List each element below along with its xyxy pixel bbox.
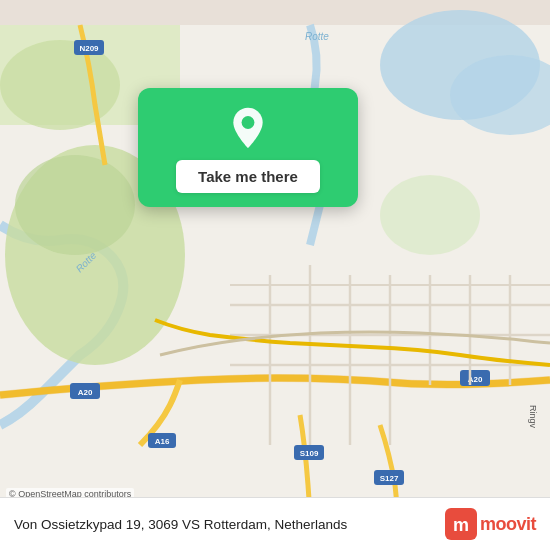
map-background: A20 A20 A16 S109 S127 Ringv N209: [0, 0, 550, 550]
svg-point-34: [242, 116, 255, 129]
moovit-logo-icon: m: [445, 508, 477, 540]
svg-point-7: [380, 175, 480, 255]
footer-address: Von Ossietzkypad 19, 3069 VS Rotterdam, …: [14, 517, 347, 532]
svg-text:S109: S109: [300, 449, 319, 458]
moovit-logo: m moovit: [445, 508, 536, 540]
location-pin-icon: [226, 106, 270, 150]
svg-point-4: [15, 155, 135, 255]
svg-text:m: m: [453, 515, 469, 535]
svg-text:S127: S127: [380, 474, 399, 483]
footer-bar: Von Ossietzkypad 19, 3069 VS Rotterdam, …: [0, 497, 550, 550]
take-me-there-button[interactable]: Take me there: [176, 160, 320, 193]
svg-text:Rotte: Rotte: [305, 31, 329, 42]
svg-text:A16: A16: [155, 437, 170, 446]
svg-text:N209: N209: [79, 44, 99, 53]
svg-text:Ringv: Ringv: [528, 405, 538, 429]
map-container: A20 A20 A16 S109 S127 Ringv N209: [0, 0, 550, 550]
svg-text:A20: A20: [78, 388, 93, 397]
popup-card: Take me there: [138, 88, 358, 207]
moovit-logo-text: moovit: [480, 514, 536, 535]
